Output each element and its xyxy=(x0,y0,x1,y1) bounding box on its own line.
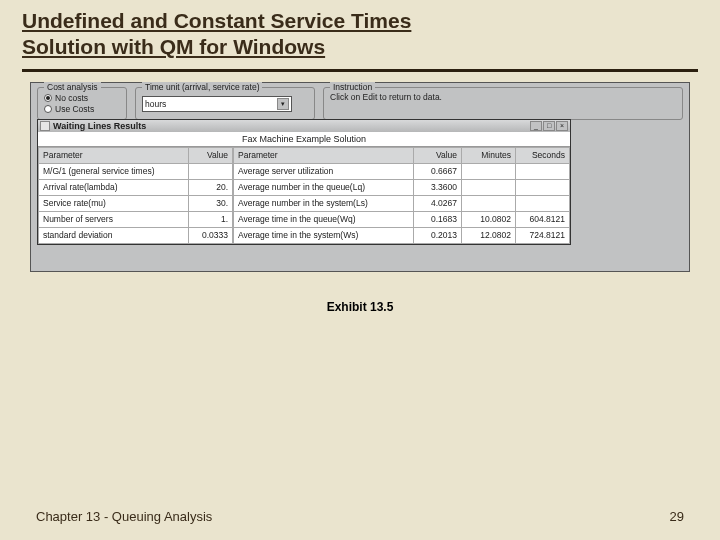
title-rule xyxy=(22,69,698,72)
col-value: Value xyxy=(414,147,462,163)
col-minutes: Minutes xyxy=(462,147,516,163)
slide-title: Undefined and Constant Service Times Sol… xyxy=(0,0,720,65)
cost-analysis-group: Cost analysis No costs Use Costs xyxy=(37,87,127,120)
table-row: Average number in the queue(Lq)3.3600 xyxy=(234,179,570,195)
col-parameter: Parameter xyxy=(39,147,189,163)
footer-page-number: 29 xyxy=(670,509,684,524)
results-tables: Parameter Value M/G/1 (general service t… xyxy=(38,147,570,244)
top-controls: Cost analysis No costs Use Costs Time un… xyxy=(31,83,689,122)
time-legend: Time unit (arrival, service rate) xyxy=(142,82,262,92)
col-value: Value xyxy=(189,147,233,163)
window-title: Waiting Lines Results xyxy=(53,121,146,131)
table-row: Arrival rate(lambda)20. xyxy=(39,179,233,195)
instruction-text: Click on Edit to return to data. xyxy=(330,92,676,102)
right-table: Parameter Value Minutes Seconds Average … xyxy=(233,147,570,244)
results-window: Waiting Lines Results _ □ × Fax Machine … xyxy=(37,119,571,245)
footer-chapter: Chapter 13 - Queuing Analysis xyxy=(36,509,212,524)
time-unit-value: hours xyxy=(145,99,166,109)
app-icon xyxy=(40,121,50,131)
table-row: M/G/1 (general service times) xyxy=(39,163,233,179)
time-unit-dropdown[interactable]: hours ▾ xyxy=(142,96,292,112)
title-line-2: Solution with QM for Windows xyxy=(22,35,325,58)
table-row: Service rate(mu)30. xyxy=(39,195,233,211)
table-row: Average time in the queue(Wq)0.168310.08… xyxy=(234,211,570,227)
radio-no-costs[interactable]: No costs xyxy=(44,93,120,103)
minimize-icon[interactable]: _ xyxy=(530,121,542,131)
instruction-group: Instruction Click on Edit to return to d… xyxy=(323,87,683,120)
left-table: Parameter Value M/G/1 (general service t… xyxy=(38,147,233,244)
title-line-1: Undefined and Constant Service Times xyxy=(22,9,411,32)
radio-icon xyxy=(44,105,52,113)
window-titlebar[interactable]: Waiting Lines Results _ □ × xyxy=(38,120,570,132)
radio-icon xyxy=(44,94,52,102)
maximize-icon[interactable]: □ xyxy=(543,121,555,131)
radio-no-costs-label: No costs xyxy=(55,93,88,103)
table-row: Average time in the system(Ws)0.201312.0… xyxy=(234,227,570,243)
results-caption: Fax Machine Example Solution xyxy=(38,132,570,147)
chevron-down-icon: ▾ xyxy=(277,98,289,110)
instruction-legend: Instruction xyxy=(330,82,375,92)
table-row: standard deviation0.0333 xyxy=(39,227,233,243)
time-unit-group: Time unit (arrival, service rate) hours … xyxy=(135,87,315,120)
radio-use-costs[interactable]: Use Costs xyxy=(44,104,120,114)
table-row: Average number in the system(Ls)4.0267 xyxy=(234,195,570,211)
table-row: Average server utilization0.6667 xyxy=(234,163,570,179)
exhibit-label: Exhibit 13.5 xyxy=(0,300,720,314)
table-row: Number of servers1. xyxy=(39,211,233,227)
radio-use-costs-label: Use Costs xyxy=(55,104,94,114)
close-icon[interactable]: × xyxy=(556,121,568,131)
col-seconds: Seconds xyxy=(516,147,570,163)
cost-legend: Cost analysis xyxy=(44,82,101,92)
slide-footer: Chapter 13 - Queuing Analysis 29 xyxy=(0,509,720,524)
qm-screenshot: Cost analysis No costs Use Costs Time un… xyxy=(30,82,690,272)
col-parameter: Parameter xyxy=(234,147,414,163)
